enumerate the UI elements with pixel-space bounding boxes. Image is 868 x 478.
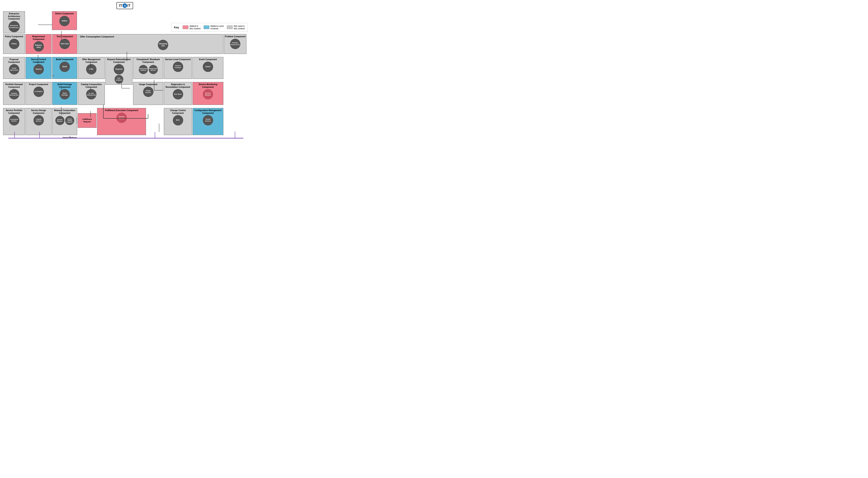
- defect-title: Defect Component: [53, 12, 76, 15]
- build-title: Build Component: [53, 58, 76, 61]
- logo: IT 4 IT: [117, 2, 133, 9]
- shopping-cart-node: Shopping Cart: [158, 40, 168, 50]
- enterprise-arch-node: Enterprise Architecture: [8, 21, 20, 32]
- service-release-blueprint-node: Service Release Blueprint: [65, 116, 74, 125]
- legend-title: Key: [174, 26, 179, 29]
- source-control-title: Source Control Component: [26, 58, 51, 63]
- portfolio-component: Portfolio Demand Component Portfolio Bac…: [3, 82, 25, 105]
- diag-rem-component: Diagnostics & Remediation Component Run …: [164, 82, 192, 105]
- build-pkg-node: Build Package: [60, 89, 70, 99]
- offer-mgmt-title: Offer Management Component: [79, 58, 104, 63]
- offer-consumption-component: Offer Consumption Component Shopping Car…: [78, 34, 223, 54]
- event-node: Event: [203, 62, 213, 72]
- portfolio-backlog-node: Portfolio Backlog Item: [9, 89, 19, 99]
- requirement-node: Require-ment: [33, 41, 44, 52]
- source-node: Source: [33, 64, 44, 74]
- desired-service-node: Desired Service: [117, 113, 127, 123]
- usage-component: Usage Component Usage Record: [133, 82, 163, 105]
- usage-title: Usage Component: [134, 83, 162, 86]
- sla-component: Service Level Component Service Contract: [164, 57, 192, 79]
- build-pkg-component: Build Package Component Build Package: [52, 82, 77, 105]
- logo-circle: 4: [123, 3, 127, 8]
- change-ctrl-component: Change Control Component RFC: [164, 108, 192, 135]
- legend-swatch-blue: [204, 25, 209, 29]
- service-contract-node: Service Contract: [173, 62, 183, 72]
- rfc-node: RFC: [173, 115, 183, 125]
- service-release-node: Service Release: [55, 116, 64, 125]
- fulfillment-exec-component: Fulfillment Execution Component Desired …: [97, 108, 146, 135]
- logo-area: IT 4 IT: [2, 2, 247, 9]
- fulfillment-req-component: Fulfillment Request: [78, 113, 96, 128]
- release-comp-component: Release Composition Component Service Re…: [52, 108, 77, 135]
- proposal-title: Proposal Component: [4, 58, 24, 63]
- enterprise-arch-component: Enterprise Architecture Component Enterp…: [3, 11, 25, 33]
- test-title: Test Component: [53, 35, 76, 38]
- legend-swatch-gray: [227, 25, 233, 29]
- legend-box: Key Added inthis context Added in priorc…: [172, 23, 247, 32]
- request-rat-title: Request Rationalization Component: [106, 58, 132, 63]
- legend-item-blue: Added in priorcontexts: [204, 25, 224, 30]
- source-control-component: Source Control Component Source: [26, 57, 52, 79]
- svc-portfolio-title: Service Portfolio Component: [4, 109, 24, 115]
- release-comp-title: Release Composition Component: [53, 109, 76, 115]
- svc-monitor-component: Service Monitoring Component Service Mon…: [192, 82, 223, 105]
- run-book-node: Run Book: [173, 89, 183, 99]
- subscription-node: Sub-scription: [115, 75, 123, 84]
- chargeback-record-node: Charge-back Record: [149, 65, 158, 74]
- policy-component: Policy Component Policy: [3, 34, 25, 54]
- build-component: Build Component Build: [52, 57, 77, 79]
- diag-rem-title: Diagnostics & Remediation Component: [165, 83, 191, 88]
- legend-swatch-pink: [183, 25, 188, 29]
- config-mgmt-title: Configuration Management Component: [193, 109, 222, 115]
- service-monitor-node: Service Monitor: [203, 89, 213, 99]
- event-title: Event Component: [193, 58, 222, 61]
- it-initiative-node: IT Initiative: [33, 87, 44, 97]
- page-wrapper: IT 4 IT Key Added inthis context Added i…: [0, 0, 250, 147]
- project-component: Project Component IT Initiative: [26, 82, 52, 105]
- legend-item-gray: Not used inthis context: [227, 25, 245, 30]
- chargeback-component: Chargeback/ Showback Component Charge-ba…: [133, 57, 163, 79]
- build-node: Build: [60, 62, 70, 72]
- svc-monitor-title: Service Monitoring Component: [193, 83, 222, 88]
- usage-record-node: Usage Record: [143, 87, 153, 97]
- legend-item-pink: Added inthis context: [183, 25, 200, 30]
- sla-title: Service Level Component: [165, 58, 191, 61]
- logo-text-it: IT: [119, 3, 122, 8]
- test-component: Test Component Test Case: [52, 34, 77, 54]
- legend-label-pink: Added inthis context: [189, 25, 200, 30]
- svc-portfolio-component: Service Portfolio Component Conceptual S…: [3, 108, 25, 135]
- policy-node: Policy: [9, 39, 19, 49]
- defect-node: Defect: [59, 16, 70, 26]
- svc-design-title: Service Design Component: [26, 109, 51, 115]
- request-rat-component: Request Rationalization Component Reques…: [105, 57, 132, 85]
- chargeback-title: Chargeback/ Showback Component: [134, 58, 162, 63]
- service-release-label: Service Release: [62, 137, 77, 139]
- logical-service-node: Logical Service: [33, 115, 44, 125]
- policy-title: Policy Component: [4, 35, 24, 38]
- legend-label-blue: Added in priorcontexts: [211, 25, 224, 30]
- requirement-component: Requirement Component Require-ment: [26, 34, 52, 54]
- service-catalog-node: Service Catalog Entry: [86, 89, 96, 99]
- catalog-title: Catalog Composition Component: [79, 83, 104, 88]
- fulfillment-req-title: Fulfillment Request: [79, 118, 96, 123]
- project-title: Project Component: [26, 83, 51, 86]
- requirement-title: Requirement Component: [26, 35, 51, 40]
- logo-text-it2: IT: [127, 3, 131, 8]
- fulfillment-exec-title: Fulfillment Execution Component: [98, 109, 145, 112]
- problem-title: Problem Component: [225, 35, 246, 38]
- event-component: Event Component Event: [192, 57, 223, 79]
- problem-component: Problem Component Problem, Known Error: [224, 34, 246, 54]
- conceptual-service-node: Conceptual Service: [9, 115, 19, 125]
- enterprise-arch-title: Enterprise Architecture Component: [4, 12, 24, 20]
- catalog-component: Catalog Composition Component Service Ca…: [78, 82, 105, 105]
- problem-node: Problem, Known Error: [230, 39, 240, 49]
- build-pkg-title: Build Package Component: [53, 83, 76, 88]
- defect-component: Defect Component Defect: [52, 11, 77, 30]
- change-ctrl-title: Change Control Component: [165, 109, 191, 115]
- config-mgmt-component: Configuration Management Component Actua…: [192, 108, 223, 135]
- scope-agreement-node: Scope Agreement: [9, 64, 19, 74]
- proposal-component: Proposal Component Scope Agreement: [3, 57, 25, 79]
- chargeback-contract-node: Charge-back Contract: [139, 65, 148, 74]
- offer-mgmt-component: Offer Management Component Offer: [78, 57, 105, 79]
- request-node: Request: [114, 64, 124, 74]
